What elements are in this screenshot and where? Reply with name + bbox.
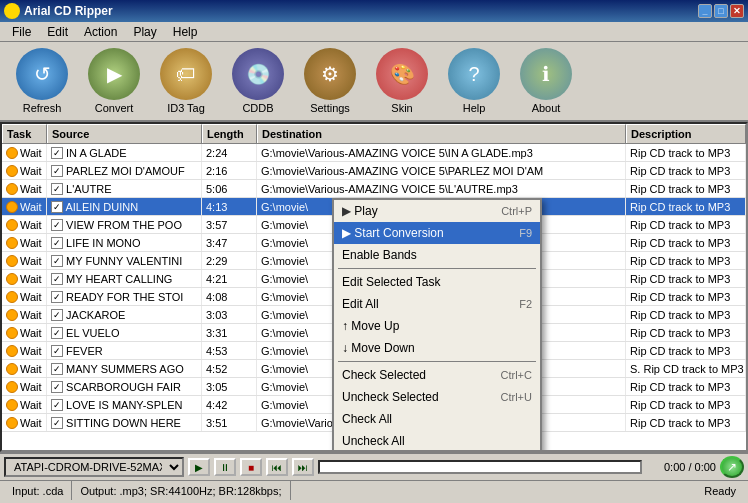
next-button[interactable]: ⏭ <box>292 458 314 476</box>
row-checkbox[interactable] <box>51 291 63 303</box>
length-cell: 2:16 <box>202 162 257 179</box>
context-menu: ▶ Play Ctrl+P ▶ Start Conversion F9 Enab… <box>332 198 542 452</box>
minimize-button[interactable]: _ <box>698 4 712 18</box>
about-button[interactable]: ℹ About <box>512 46 580 116</box>
row-checkbox[interactable] <box>51 327 63 339</box>
task-cell: Wait <box>2 234 47 251</box>
description-cell: Rip CD track to MP3 <box>626 342 746 359</box>
ctx-check-all-label: Check All <box>342 412 392 426</box>
row-checkbox[interactable] <box>51 399 63 411</box>
wait-icon <box>6 255 18 267</box>
close-button[interactable]: ✕ <box>730 4 744 18</box>
source-cell: EL VUELO <box>47 324 202 341</box>
menu-help[interactable]: Help <box>165 23 206 41</box>
ctx-play[interactable]: ▶ Play Ctrl+P <box>334 200 540 222</box>
row-checkbox[interactable] <box>51 237 63 249</box>
ctx-edit-selected[interactable]: Edit Selected Task <box>334 271 540 293</box>
length-cell: 3:57 <box>202 216 257 233</box>
time-display: 0:00 / 0:00 <box>646 461 716 473</box>
ctx-uncheck-selected[interactable]: Uncheck Selected Ctrl+U <box>334 386 540 408</box>
id3tag-icon: 🏷 <box>160 48 212 100</box>
output-status: Output: .mp3; SR:44100Hz; BR:128kbps; <box>72 481 290 500</box>
row-checkbox[interactable] <box>51 201 63 213</box>
refresh-button[interactable]: ↺ Refresh <box>8 46 76 116</box>
menu-action[interactable]: Action <box>76 23 125 41</box>
length-cell: 3:05 <box>202 378 257 395</box>
prev-button[interactable]: ⏮ <box>266 458 288 476</box>
length-cell: 4:53 <box>202 342 257 359</box>
source-cell: SCARBOROUGH FAIR <box>47 378 202 395</box>
settings-button[interactable]: ⚙ Settings <box>296 46 364 116</box>
source-cell: JACKAROE <box>47 306 202 323</box>
main-area: Task Source Length Destination Descripti… <box>0 122 748 452</box>
table-row[interactable]: Wait PARLEZ MOI D'AMOUF 2:16 G:\movie\Va… <box>2 162 746 180</box>
menu-file[interactable]: File <box>4 23 39 41</box>
wait-icon <box>6 237 18 249</box>
description-cell: Rip CD track to MP3 <box>626 180 746 197</box>
row-checkbox[interactable] <box>51 273 63 285</box>
ctx-check-all[interactable]: Check All <box>334 408 540 430</box>
cddb-button[interactable]: 💿 CDDB <box>224 46 292 116</box>
row-checkbox[interactable] <box>51 255 63 267</box>
row-checkbox[interactable] <box>51 417 63 429</box>
row-checkbox[interactable] <box>51 183 63 195</box>
task-cell: Wait <box>2 270 47 287</box>
description-cell: Rip CD track to MP3 <box>626 198 746 215</box>
ctx-uncheck-all[interactable]: Uncheck All <box>334 430 540 452</box>
progress-bar <box>318 460 642 474</box>
play-button[interactable]: ▶ <box>188 458 210 476</box>
row-checkbox[interactable] <box>51 309 63 321</box>
source-cell: IN A GLADE <box>47 144 202 161</box>
drive-select[interactable]: ATAPI-CDROM-DRIVE-52MAX 52BE <box>4 457 184 477</box>
convert-button[interactable]: ▶ Convert <box>80 46 148 116</box>
table-row[interactable]: Wait L'AUTRE 5:06 G:\movie\Various-AMAZI… <box>2 180 746 198</box>
length-cell: 3:03 <box>202 306 257 323</box>
ctx-edit-selected-label: Edit Selected Task <box>342 275 441 289</box>
ctx-start-conversion[interactable]: ▶ Start Conversion F9 <box>334 222 540 244</box>
app-icon <box>4 3 20 19</box>
menu-edit[interactable]: Edit <box>39 23 76 41</box>
ctx-uncheck-selected-label: Uncheck Selected <box>342 390 439 404</box>
task-label: Wait <box>20 363 42 375</box>
ctx-check-selected[interactable]: Check Selected Ctrl+C <box>334 364 540 386</box>
skin-button[interactable]: 🎨 Skin <box>368 46 436 116</box>
col-source: Source <box>47 124 202 143</box>
task-label: Wait <box>20 147 42 159</box>
pause-button[interactable]: ⏸ <box>214 458 236 476</box>
row-checkbox[interactable] <box>51 345 63 357</box>
row-checkbox[interactable] <box>51 147 63 159</box>
ctx-enable-bands[interactable]: Enable Bands <box>334 244 540 266</box>
task-label: Wait <box>20 291 42 303</box>
menu-play[interactable]: Play <box>125 23 164 41</box>
col-task: Task <box>2 124 47 143</box>
row-checkbox[interactable] <box>51 363 63 375</box>
stop-button[interactable]: ■ <box>240 458 262 476</box>
task-label: Wait <box>20 237 42 249</box>
description-cell: Rip CD track to MP3 <box>626 378 746 395</box>
row-checkbox[interactable] <box>51 219 63 231</box>
id3tag-button[interactable]: 🏷 ID3 Tag <box>152 46 220 116</box>
source-cell: MY FUNNY VALENTINI <box>47 252 202 269</box>
description-cell: Rip CD track to MP3 <box>626 270 746 287</box>
maximize-button[interactable]: □ <box>714 4 728 18</box>
row-checkbox[interactable] <box>51 381 63 393</box>
ctx-edit-all[interactable]: Edit All F2 <box>334 293 540 315</box>
wait-icon <box>6 363 18 375</box>
task-label: Wait <box>20 165 42 177</box>
wait-icon <box>6 291 18 303</box>
description-cell: Rip CD track to MP3 <box>626 324 746 341</box>
task-cell: Wait <box>2 360 47 377</box>
source-cell: MY HEART CALLING <box>47 270 202 287</box>
ctx-move-up[interactable]: ↑ Move Up <box>334 315 540 337</box>
row-checkbox[interactable] <box>51 165 63 177</box>
help-button[interactable]: ? Help <box>440 46 508 116</box>
length-cell: 3:47 <box>202 234 257 251</box>
eject-button[interactable]: ↗ <box>720 456 744 478</box>
ctx-check-selected-shortcut: Ctrl+C <box>501 369 532 381</box>
length-cell: 3:31 <box>202 324 257 341</box>
ctx-uncheck-selected-shortcut: Ctrl+U <box>501 391 532 403</box>
app-title: Arial CD Ripper <box>24 4 113 18</box>
ctx-move-down[interactable]: ↓ Move Down <box>334 337 540 359</box>
table-row[interactable]: Wait IN A GLADE 2:24 G:\movie\Various-AM… <box>2 144 746 162</box>
description-cell: Rip CD track to MP3 <box>626 396 746 413</box>
